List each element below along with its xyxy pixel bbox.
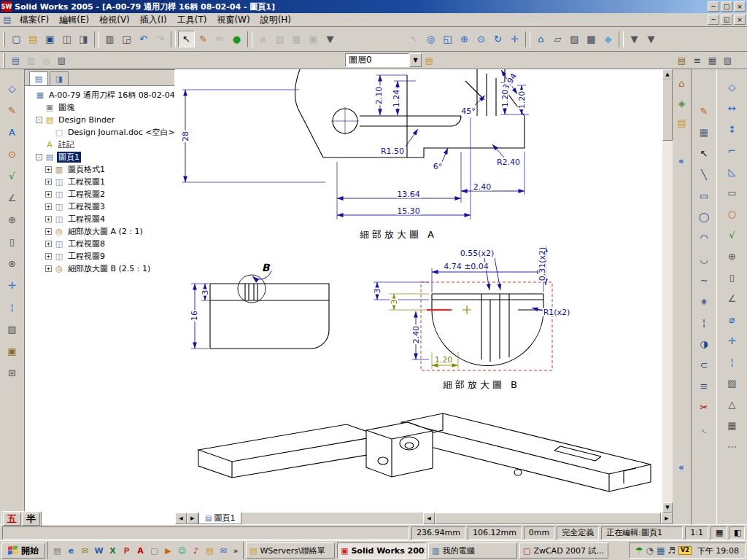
propertymanager-tab[interactable]: ◨ xyxy=(50,71,69,85)
dimension-label[interactable]: 6° xyxy=(433,163,444,171)
separator[interactable] xyxy=(94,31,99,47)
zoom-area-icon[interactable]: ◱ xyxy=(439,31,456,47)
convert-entities-icon[interactable]: ⊂ xyxy=(695,356,713,373)
file-explorer-icon[interactable]: ▤ xyxy=(674,114,690,131)
grid-settings-icon[interactable]: ▦ xyxy=(705,53,720,68)
horizontal-scrollbar[interactable]: ◀ ▶ xyxy=(423,513,673,524)
messenger-icon[interactable]: ☺ xyxy=(176,545,188,557)
style-combo-icon[interactable]: ▼ xyxy=(322,31,338,47)
tray-antivirus-icon[interactable]: ☂ xyxy=(635,546,643,555)
dimension-label[interactable]: 15.30 xyxy=(396,207,421,215)
more-commands-icon[interactable]: ⋯ xyxy=(724,438,741,455)
dimension-label[interactable]: R1(x2) xyxy=(543,308,571,316)
vertical-scrollbar[interactable]: ▲ ▼ xyxy=(662,69,673,513)
notepad-icon[interactable]: ▢ xyxy=(148,545,160,557)
dimension-label[interactable]: 細部放大圖 A xyxy=(359,230,438,239)
dimension-label[interactable]: 1.24 xyxy=(392,89,400,109)
dimension-label[interactable]: 細部放大圖 B xyxy=(442,380,521,389)
scroll-right-icon[interactable]: ▶ xyxy=(661,513,673,524)
fillet-icon[interactable]: ◟ xyxy=(695,419,713,437)
tree-expand-toggle[interactable]: - xyxy=(36,154,42,160)
shaded-icon[interactable]: ◆ xyxy=(600,31,616,47)
center-mark-icon[interactable]: ✛ xyxy=(724,332,741,349)
ie-icon[interactable]: e xyxy=(65,545,77,557)
show-desktop-icon[interactable]: ▤ xyxy=(51,545,63,557)
save-icon[interactable]: ▣ xyxy=(42,31,58,47)
layer-combobox-value[interactable]: 圖層0 xyxy=(345,53,409,67)
status-grid-icon[interactable]: ▦ xyxy=(711,526,727,540)
collapse-pane-top-icon[interactable]: « xyxy=(674,155,689,168)
line-color-icon[interactable]: ▨ xyxy=(54,53,69,68)
pan-icon[interactable]: ✛ xyxy=(506,31,523,47)
block-icon[interactable]: ▣ xyxy=(4,342,21,359)
dimension-label[interactable]: 3 xyxy=(390,299,398,306)
dimension-label[interactable]: 16 xyxy=(190,310,198,322)
color-display-icon[interactable]: ▧ xyxy=(720,53,735,68)
tree-item[interactable]: + ▥ 圖頁格式1 xyxy=(26,163,173,176)
tray-ime-icon[interactable]: V2 xyxy=(678,546,692,555)
menu-item[interactable]: 說明(H) xyxy=(255,13,296,27)
dimension-label[interactable]: 0.55(x2) xyxy=(460,249,495,257)
tree-item[interactable]: + ◎ 細部放大圖 B (2.5 : 1) xyxy=(26,262,173,275)
horizontal-dimension-icon[interactable]: ↔ xyxy=(724,99,741,117)
scroll-down-icon[interactable]: ▼ xyxy=(662,502,673,513)
area-hatch-icon[interactable]: ▨ xyxy=(724,374,741,392)
view-orientation-icon[interactable]: ▼ xyxy=(626,31,643,47)
centerline-icon[interactable]: ¦ xyxy=(695,314,713,331)
surface-finish-icon[interactable]: √ xyxy=(724,226,741,244)
tree-expand-toggle[interactable]: + xyxy=(45,253,52,260)
title-bar[interactable]: SW Solid Works 2005 - [A-00-79 通用刀桿 16柄 … xyxy=(0,0,747,13)
menu-item[interactable]: 工具(T) xyxy=(172,13,212,27)
mdi-minimize-button[interactable]: ─ xyxy=(708,15,719,25)
featuremanager-tab[interactable]: ▤ xyxy=(29,71,48,85)
dimension-label[interactable]: 3 xyxy=(201,289,209,296)
tree-expand-toggle[interactable]: + xyxy=(45,228,52,235)
line-format-icon[interactable]: ≡ xyxy=(689,53,705,68)
dimension-label[interactable]: 45° xyxy=(460,107,476,115)
surface-finish-icon[interactable]: √ xyxy=(4,167,21,184)
separator[interactable] xyxy=(171,31,176,47)
tree-item[interactable]: + ◫ 工程視圖2 xyxy=(26,188,173,201)
tray-volume-icon[interactable]: ♬ xyxy=(667,546,676,555)
tree-item[interactable]: + ◫ 工程視圖4 xyxy=(26,213,173,225)
smart-dimension-icon[interactable]: ◇ xyxy=(724,78,741,96)
note-icon[interactable]: ▭ xyxy=(724,184,741,201)
appearance-icon[interactable]: ● xyxy=(228,31,245,47)
start-button[interactable]: 開始 xyxy=(1,542,45,559)
layer-visibility-icon[interactable]: ◎ xyxy=(39,53,54,68)
make-assembly-icon[interactable]: ◨ xyxy=(75,31,92,47)
folder-icon[interactable]: ▤ xyxy=(204,545,216,557)
dimension-label[interactable]: 2.40 xyxy=(473,183,492,191)
tree-expand-toggle[interactable]: + xyxy=(45,179,52,185)
task-solidworks[interactable]: ▣ Solid Works 2005 -... xyxy=(337,542,426,559)
rotate-view-icon[interactable]: ↻ xyxy=(489,31,506,47)
solidworks-resources-icon[interactable]: ⌂ xyxy=(674,75,690,91)
geometric-tolerance-icon[interactable]: ⊕ xyxy=(724,247,741,265)
drawing-canvas[interactable]: 28 2.10 1.24 3.94 45° 1.20 1.20 R1.50 xyxy=(175,69,662,513)
blocks-icon[interactable]: ▣ xyxy=(305,31,322,47)
sketch-icon[interactable]: ✎ xyxy=(695,102,713,120)
quick-launch-overflow-icon[interactable]: » xyxy=(231,546,240,556)
standard-views-icon[interactable]: ⌂ xyxy=(533,31,549,47)
toolbar-grip[interactable] xyxy=(3,32,5,47)
tray-display-icon[interactable]: ▦ xyxy=(657,546,665,555)
hidden-lines-removed-icon[interactable]: ▩ xyxy=(583,31,600,47)
tree-expand-toggle[interactable]: - xyxy=(36,117,42,123)
minimize-button[interactable]: ─ xyxy=(708,1,719,12)
tree-item[interactable]: ▢ Design Journal.doc <空白> xyxy=(26,126,173,139)
offset-entities-icon[interactable]: ≡ xyxy=(695,377,713,394)
select-icon[interactable]: ↖ xyxy=(178,31,195,47)
vertical-dimension-icon[interactable]: ↕ xyxy=(724,120,741,138)
tree-item[interactable]: - ▤ 圖頁1 xyxy=(26,151,173,163)
tree-expand-toggle[interactable]: + xyxy=(45,241,52,247)
balloon-icon[interactable]: ⊙ xyxy=(4,145,21,163)
tree-item[interactable]: - ▤ Design Binder xyxy=(26,114,173,126)
display-settings-icon[interactable]: ▼ xyxy=(643,31,659,47)
print-icon[interactable]: ▥ xyxy=(101,31,118,47)
tree-expand-toggle[interactable]: + xyxy=(45,216,52,222)
task-mycomputer[interactable]: ▥ 我的電腦 xyxy=(428,542,517,559)
datum-feature-icon[interactable]: ▯ xyxy=(724,268,741,286)
centerpoint-arc-icon[interactable]: ◠ xyxy=(695,229,713,246)
design-library-icon[interactable]: ◈ xyxy=(674,95,690,111)
mdi-close-button[interactable]: × xyxy=(734,15,746,25)
